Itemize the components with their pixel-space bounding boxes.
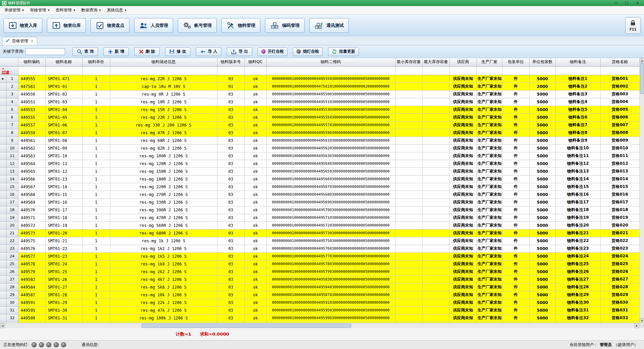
- cell[interactable]: 0000000001000000000044957703000000000000…: [266, 252, 395, 260]
- cell[interactable]: 0000000001000000000044956503000000000000…: [266, 167, 395, 175]
- cell[interactable]: 0000000001000000000044955303000000000000…: [266, 106, 395, 113]
- cell[interactable]: 5000: [529, 276, 555, 283]
- cell[interactable]: 件: [502, 314, 529, 322]
- cell[interactable]: SMT01-24: [45, 260, 82, 268]
- cell[interactable]: res-mg 390R J 1206 S: [110, 206, 217, 214]
- cell[interactable]: 1: [82, 245, 110, 252]
- cell[interactable]: 货格019: [600, 214, 639, 221]
- cell[interactable]: [422, 306, 449, 314]
- cell[interactable]: 03: [217, 291, 245, 299]
- cell[interactable]: 件: [502, 160, 529, 167]
- cell[interactable]: 件: [502, 214, 529, 221]
- cell[interactable]: 0000000001000000000044956903000000000000…: [266, 198, 395, 206]
- cell[interactable]: [422, 137, 449, 144]
- cell[interactable]: 03: [217, 137, 245, 144]
- filter-indicator[interactable]: →过滤: [0, 66, 18, 75]
- cell[interactable]: [422, 144, 449, 152]
- cell[interactable]: 5000: [529, 106, 555, 113]
- cell[interactable]: ok: [245, 121, 266, 129]
- cell[interactable]: 供应商未知: [449, 252, 477, 260]
- cell[interactable]: 货格022: [600, 237, 639, 245]
- cell[interactable]: 生产厂家未知: [477, 106, 502, 113]
- cell[interactable]: 供应商未知: [449, 152, 477, 160]
- cell[interactable]: 1: [82, 106, 110, 113]
- cell[interactable]: 0000000001000000000044957003000000000000…: [266, 206, 395, 214]
- cell[interactable]: [422, 214, 449, 221]
- cell[interactable]: 449565: [18, 167, 45, 175]
- cell[interactable]: [422, 129, 449, 137]
- column-header[interactable]: 最小库存容量: [395, 58, 422, 66]
- cell[interactable]: ok: [245, 83, 266, 90]
- cell[interactable]: 5000: [529, 260, 555, 268]
- cell[interactable]: SMT01-31: [45, 314, 82, 322]
- table-row[interactable]: 4449551SMT01-031res-mg 10R J 1206 S03ok0…: [0, 98, 639, 106]
- filter-cell[interactable]: [18, 66, 45, 75]
- cell[interactable]: 供应商未知: [449, 299, 477, 306]
- cell[interactable]: [395, 245, 422, 252]
- cell[interactable]: [395, 221, 422, 229]
- cell[interactable]: 03: [217, 299, 245, 306]
- cell[interactable]: [395, 191, 422, 198]
- cell[interactable]: 供应商未知: [449, 106, 477, 113]
- cell[interactable]: res-mg 4k7 J 1206 S: [110, 276, 217, 283]
- filter-cell[interactable]: [600, 66, 639, 75]
- table-row[interactable]: 26449579SMT01-251res-mg 2k2 J 1206 S03ok…: [0, 268, 639, 276]
- cell[interactable]: SMT01-29: [45, 299, 82, 306]
- cell[interactable]: 货格010: [600, 144, 639, 152]
- cell[interactable]: 0000000001000000000044955503000000000000…: [266, 113, 395, 121]
- cell[interactable]: 1: [82, 90, 110, 98]
- cell[interactable]: 449573: [18, 229, 45, 237]
- cell[interactable]: 物料备注21: [555, 229, 600, 237]
- cell[interactable]: 物料备注14: [555, 175, 600, 183]
- cell[interactable]: 5000: [529, 206, 555, 214]
- menu-item-4[interactable]: 数据查询▼: [78, 6, 104, 14]
- cell[interactable]: 供应商未知: [449, 83, 477, 90]
- cell[interactable]: 生产厂家未知: [477, 283, 502, 291]
- cell[interactable]: ok: [245, 299, 266, 306]
- cell[interactable]: 03: [217, 113, 245, 121]
- cell[interactable]: ok: [245, 75, 266, 83]
- cell[interactable]: 03: [217, 175, 245, 183]
- cell[interactable]: 件: [502, 106, 529, 113]
- cell[interactable]: 1: [82, 167, 110, 175]
- cell[interactable]: res-mg 15R J 1206 S: [110, 106, 217, 113]
- table-row[interactable]: 8449559SMT01-071res-mg 47R J 1206 S03ok0…: [0, 129, 639, 137]
- cell[interactable]: [422, 113, 449, 121]
- table-row[interactable]: 3449550SMT01-021res-mg 0R J 1206 S03ok00…: [0, 90, 639, 98]
- cell[interactable]: ok: [245, 90, 266, 98]
- cell[interactable]: ok: [245, 98, 266, 106]
- cell[interactable]: 449569: [18, 198, 45, 206]
- cell[interactable]: 生产厂家未知: [477, 291, 502, 299]
- column-header[interactable]: 物料QC: [245, 58, 266, 66]
- cell[interactable]: res-mg 180R J 1206 S: [110, 175, 217, 183]
- cell[interactable]: 5000: [529, 252, 555, 260]
- cell[interactable]: 03: [217, 183, 245, 191]
- cell[interactable]: ok: [245, 137, 266, 144]
- vertical-scroll-thumb[interactable]: [640, 63, 644, 94]
- cell[interactable]: 物料备注24: [555, 252, 600, 260]
- filter-cell[interactable]: [477, 66, 502, 75]
- cell[interactable]: 5000: [529, 167, 555, 175]
- cell[interactable]: 件: [502, 260, 529, 268]
- cell[interactable]: 5000: [529, 306, 555, 314]
- cell[interactable]: 0000000001000000000044957603000000000000…: [266, 245, 395, 252]
- cell[interactable]: res-mg 2k2 J 1206 S: [110, 268, 217, 276]
- delete-button[interactable]: 删 除: [134, 47, 160, 56]
- cell[interactable]: SMT01-06: [45, 121, 82, 129]
- cell[interactable]: 物料备注27: [555, 276, 600, 283]
- cell[interactable]: ok: [245, 191, 266, 198]
- cell[interactable]: 449563: [18, 152, 45, 160]
- cell[interactable]: 03: [217, 152, 245, 160]
- cell[interactable]: 物料备注25: [555, 260, 600, 268]
- cell[interactable]: 449561: [18, 137, 45, 144]
- cell[interactable]: 5000: [529, 314, 555, 322]
- column-header[interactable]: 物料编码: [18, 58, 45, 66]
- cell[interactable]: SMT01-28: [45, 291, 82, 299]
- table-row[interactable]: 28449584SMT01-271res-mg 5k6 J 1206 S03ok…: [0, 283, 639, 291]
- cell[interactable]: 供应商未知: [449, 175, 477, 183]
- cell[interactable]: 5000: [529, 283, 555, 291]
- cell[interactable]: 货格001: [600, 75, 639, 83]
- column-header[interactable]: 物料名称: [45, 58, 82, 66]
- cell[interactable]: res-mg 82R J 1206 S: [110, 144, 217, 152]
- row-number[interactable]: 16: [6, 191, 18, 198]
